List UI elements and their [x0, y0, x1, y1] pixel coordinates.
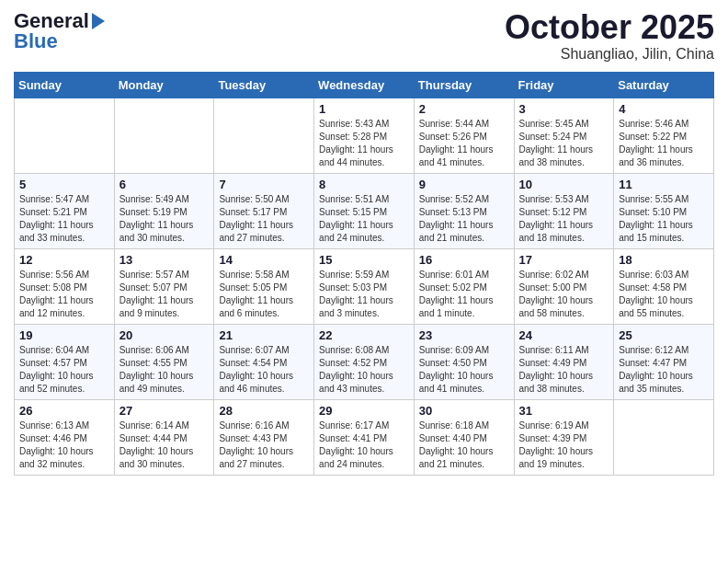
- day-info: Sunrise: 5:47 AM Sunset: 5:21 PM Dayligh…: [19, 193, 109, 245]
- day-info: Sunrise: 6:06 AM Sunset: 4:55 PM Dayligh…: [119, 344, 210, 396]
- weekday-tuesday: Tuesday: [214, 72, 314, 98]
- day-info: Sunrise: 5:44 AM Sunset: 5:26 PM Dayligh…: [419, 118, 509, 169]
- day-info: Sunrise: 6:16 AM Sunset: 4:43 PM Dayligh…: [219, 419, 309, 471]
- day-info: Sunrise: 6:01 AM Sunset: 5:02 PM Dayligh…: [419, 269, 509, 320]
- day-info: Sunrise: 5:52 AM Sunset: 5:13 PM Dayligh…: [419, 193, 509, 245]
- calendar-cell: 5Sunrise: 5:47 AM Sunset: 5:21 PM Daylig…: [15, 173, 115, 248]
- calendar-body: 1Sunrise: 5:43 AM Sunset: 5:28 PM Daylig…: [15, 98, 714, 475]
- day-number: 9: [419, 178, 509, 191]
- day-info: Sunrise: 6:09 AM Sunset: 4:50 PM Dayligh…: [419, 344, 509, 396]
- day-number: 20: [119, 328, 210, 342]
- day-info: Sunrise: 6:04 AM Sunset: 4:57 PM Dayligh…: [19, 344, 109, 396]
- calendar-cell: 31Sunrise: 6:19 AM Sunset: 4:39 PM Dayli…: [514, 399, 614, 475]
- weekday-wednesday: Wednesday: [314, 72, 415, 98]
- day-number: 19: [19, 328, 109, 342]
- day-info: Sunrise: 5:46 AM Sunset: 5:22 PM Dayligh…: [619, 118, 709, 169]
- day-number: 14: [219, 253, 309, 267]
- weekday-thursday: Thursday: [414, 72, 514, 98]
- day-info: Sunrise: 5:51 AM Sunset: 5:15 PM Dayligh…: [319, 193, 409, 245]
- day-info: Sunrise: 5:49 AM Sunset: 5:19 PM Dayligh…: [119, 193, 210, 245]
- calendar-cell: 29Sunrise: 6:17 AM Sunset: 4:41 PM Dayli…: [314, 399, 415, 475]
- calendar-cell: [214, 98, 314, 173]
- day-number: 3: [519, 102, 609, 116]
- day-info: Sunrise: 5:59 AM Sunset: 5:03 PM Dayligh…: [319, 269, 409, 320]
- calendar-cell: 25Sunrise: 6:12 AM Sunset: 4:47 PM Dayli…: [614, 324, 714, 399]
- calendar-cell: 30Sunrise: 6:18 AM Sunset: 4:40 PM Dayli…: [414, 399, 514, 475]
- day-number: 15: [319, 253, 409, 267]
- day-number: 22: [319, 328, 409, 342]
- weekday-sunday: Sunday: [15, 72, 115, 98]
- day-number: 26: [19, 404, 109, 418]
- day-number: 29: [319, 404, 409, 418]
- location: Shuangliao, Jilin, China: [505, 46, 714, 63]
- calendar-cell: 16Sunrise: 6:01 AM Sunset: 5:02 PM Dayli…: [414, 248, 514, 324]
- day-info: Sunrise: 6:14 AM Sunset: 4:44 PM Dayligh…: [119, 419, 210, 471]
- calendar-cell: 20Sunrise: 6:06 AM Sunset: 4:55 PM Dayli…: [114, 324, 214, 399]
- day-info: Sunrise: 6:08 AM Sunset: 4:52 PM Dayligh…: [319, 344, 409, 396]
- day-number: 18: [619, 253, 709, 267]
- calendar-cell: 4Sunrise: 5:46 AM Sunset: 5:22 PM Daylig…: [614, 98, 714, 173]
- day-number: 27: [119, 404, 210, 418]
- calendar-cell: 23Sunrise: 6:09 AM Sunset: 4:50 PM Dayli…: [414, 324, 514, 399]
- calendar-cell: [114, 98, 214, 173]
- calendar-container: General Blue October 2025 Shuangliao, Ji…: [0, 0, 728, 485]
- calendar-cell: 14Sunrise: 5:58 AM Sunset: 5:05 PM Dayli…: [214, 248, 314, 324]
- calendar-cell: 27Sunrise: 6:14 AM Sunset: 4:44 PM Dayli…: [114, 399, 214, 475]
- day-info: Sunrise: 5:53 AM Sunset: 5:12 PM Dayligh…: [519, 193, 609, 245]
- week-row-1: 1Sunrise: 5:43 AM Sunset: 5:28 PM Daylig…: [15, 98, 714, 173]
- week-row-2: 5Sunrise: 5:47 AM Sunset: 5:21 PM Daylig…: [15, 173, 714, 248]
- month-title: October 2025: [505, 9, 714, 46]
- day-info: Sunrise: 6:17 AM Sunset: 4:41 PM Dayligh…: [319, 419, 409, 471]
- day-number: 5: [19, 178, 109, 191]
- calendar-cell: [15, 98, 115, 173]
- day-info: Sunrise: 6:11 AM Sunset: 4:49 PM Dayligh…: [519, 344, 609, 396]
- day-number: 13: [119, 253, 210, 267]
- calendar-cell: 15Sunrise: 5:59 AM Sunset: 5:03 PM Dayli…: [314, 248, 415, 324]
- calendar-cell: 2Sunrise: 5:44 AM Sunset: 5:26 PM Daylig…: [414, 98, 514, 173]
- day-info: Sunrise: 5:57 AM Sunset: 5:07 PM Dayligh…: [119, 269, 210, 320]
- day-number: 8: [319, 178, 409, 191]
- day-number: 30: [419, 404, 509, 418]
- day-number: 10: [519, 178, 609, 191]
- day-number: 6: [119, 178, 210, 191]
- calendar-cell: 26Sunrise: 6:13 AM Sunset: 4:46 PM Dayli…: [15, 399, 115, 475]
- calendar-cell: 8Sunrise: 5:51 AM Sunset: 5:15 PM Daylig…: [314, 173, 415, 248]
- weekday-monday: Monday: [114, 72, 214, 98]
- day-info: Sunrise: 5:58 AM Sunset: 5:05 PM Dayligh…: [219, 269, 309, 320]
- calendar-cell: 19Sunrise: 6:04 AM Sunset: 4:57 PM Dayli…: [15, 324, 115, 399]
- calendar-cell: 28Sunrise: 6:16 AM Sunset: 4:43 PM Dayli…: [214, 399, 314, 475]
- day-number: 12: [19, 253, 109, 267]
- day-number: 25: [619, 328, 709, 342]
- week-row-5: 26Sunrise: 6:13 AM Sunset: 4:46 PM Dayli…: [15, 399, 714, 475]
- weekday-saturday: Saturday: [614, 72, 714, 98]
- day-number: 17: [519, 253, 609, 267]
- logo: General Blue: [14, 9, 105, 53]
- day-info: Sunrise: 6:18 AM Sunset: 4:40 PM Dayligh…: [419, 419, 509, 471]
- calendar-cell: 13Sunrise: 5:57 AM Sunset: 5:07 PM Dayli…: [114, 248, 214, 324]
- day-info: Sunrise: 5:50 AM Sunset: 5:17 PM Dayligh…: [219, 193, 309, 245]
- calendar-cell: 21Sunrise: 6:07 AM Sunset: 4:54 PM Dayli…: [214, 324, 314, 399]
- day-number: 23: [419, 328, 509, 342]
- day-info: Sunrise: 5:56 AM Sunset: 5:08 PM Dayligh…: [19, 269, 109, 320]
- calendar-cell: 11Sunrise: 5:55 AM Sunset: 5:10 PM Dayli…: [614, 173, 714, 248]
- day-number: 1: [319, 102, 409, 116]
- day-info: Sunrise: 5:45 AM Sunset: 5:24 PM Dayligh…: [519, 118, 609, 169]
- logo-blue: Blue: [14, 29, 58, 53]
- day-number: 2: [419, 102, 509, 116]
- calendar-cell: [614, 399, 714, 475]
- day-number: 21: [219, 328, 309, 342]
- calendar-cell: 9Sunrise: 5:52 AM Sunset: 5:13 PM Daylig…: [414, 173, 514, 248]
- week-row-3: 12Sunrise: 5:56 AM Sunset: 5:08 PM Dayli…: [15, 248, 714, 324]
- title-area: October 2025 Shuangliao, Jilin, China: [505, 9, 714, 63]
- calendar-header: General Blue October 2025 Shuangliao, Ji…: [14, 9, 714, 63]
- calendar-cell: 17Sunrise: 6:02 AM Sunset: 5:00 PM Dayli…: [514, 248, 614, 324]
- calendar-cell: 3Sunrise: 5:45 AM Sunset: 5:24 PM Daylig…: [514, 98, 614, 173]
- day-info: Sunrise: 6:07 AM Sunset: 4:54 PM Dayligh…: [219, 344, 309, 396]
- weekday-header-row: SundayMondayTuesdayWednesdayThursdayFrid…: [15, 72, 714, 98]
- week-row-4: 19Sunrise: 6:04 AM Sunset: 4:57 PM Dayli…: [15, 324, 714, 399]
- day-number: 24: [519, 328, 609, 342]
- calendar-cell: 22Sunrise: 6:08 AM Sunset: 4:52 PM Dayli…: [314, 324, 415, 399]
- calendar-cell: 6Sunrise: 5:49 AM Sunset: 5:19 PM Daylig…: [114, 173, 214, 248]
- day-info: Sunrise: 6:12 AM Sunset: 4:47 PM Dayligh…: [619, 344, 709, 396]
- day-number: 16: [419, 253, 509, 267]
